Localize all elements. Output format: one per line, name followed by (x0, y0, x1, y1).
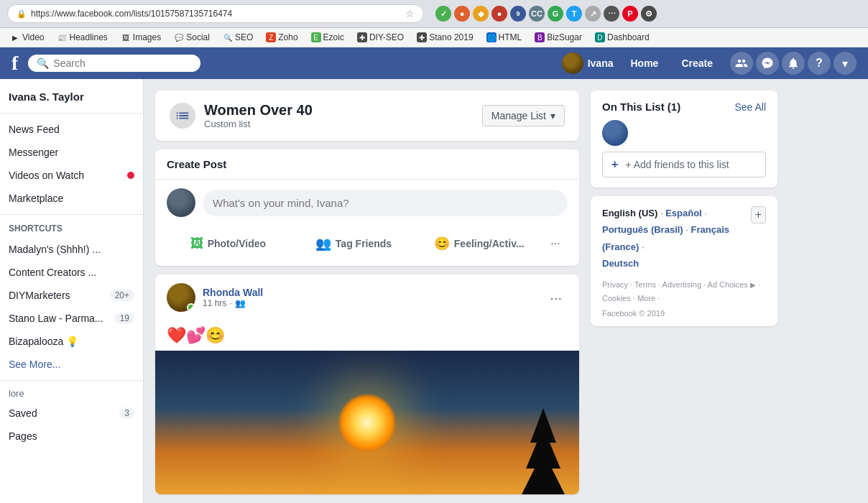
bookmark-stano[interactable]: ✚ Stano 2019 (412, 31, 477, 44)
post-image (155, 351, 579, 494)
bookmark-zoho[interactable]: Z Zoho (262, 31, 302, 44)
ext-more[interactable]: ⋯ (604, 6, 619, 22)
see-all-link[interactable]: See All (734, 101, 766, 113)
ext-pinterest[interactable]: P (622, 6, 638, 22)
sidebar-item-bizapalooza[interactable]: Bizapalooza 💡 (0, 330, 143, 353)
plus-icon: + (611, 158, 618, 171)
nav-icons: ? ▾ (730, 52, 857, 75)
nav-user[interactable]: Ivana (562, 52, 614, 74)
sidebar-item-marketplace[interactable]: Marketplace (0, 187, 143, 210)
add-friends-input[interactable]: + + Add friends to this list (602, 152, 766, 177)
list-icon (170, 103, 195, 129)
lang-espanol[interactable]: Español (665, 208, 702, 218)
ext-share[interactable]: ↗ (585, 6, 601, 22)
ext-orange[interactable]: ● (454, 6, 470, 22)
sidebar-item-saved[interactable]: Saved 3 (0, 402, 143, 425)
feeling-button[interactable]: 😊 Feeling/Activ... (417, 230, 540, 257)
nav-create[interactable]: Create (675, 55, 719, 72)
search-box[interactable]: 🔍 (28, 55, 200, 72)
right-sidebar: On This List (1) See All + + Add friends… (591, 91, 777, 496)
sidebar-item-videos[interactable]: Videos on Watch (0, 164, 143, 187)
sidebar-item-newsfeed[interactable]: News Feed (0, 118, 143, 141)
facebook-logo: f (11, 52, 18, 75)
tag-friends-button[interactable]: 👥 Tag Friends (292, 230, 415, 257)
create-post-input[interactable] (203, 190, 568, 216)
zoho-icon: Z (266, 32, 276, 42)
sidebar-user[interactable]: Ivana S. Taylor (0, 85, 143, 109)
sidebar-item-stano[interactable]: Stano Law - Parma... 19 (0, 307, 143, 330)
language-add-button[interactable]: + (751, 206, 766, 223)
bookmark-html[interactable]: 🌐 HTML (482, 31, 527, 44)
see-more-link[interactable]: See More... (0, 353, 143, 376)
manage-list-button[interactable]: Manage List ▾ (482, 105, 565, 126)
lang-portuguese[interactable]: Português (Brasil) (602, 224, 683, 235)
bookmark-seo[interactable]: 🔍 SEO (218, 31, 257, 44)
ext-yellow[interactable]: ◆ (473, 6, 489, 22)
browser-url-bar[interactable]: 🔒 https://www.facebook.com/lists/1015758… (7, 4, 424, 23)
footer-advertising[interactable]: Advertising (662, 280, 701, 289)
lang-separator-2: · (704, 208, 707, 218)
photo-video-icon: 🖼 (190, 236, 203, 251)
question-icon: ? (816, 57, 823, 70)
friends-icon-btn[interactable] (730, 52, 753, 75)
bookmark-images[interactable]: 🖼 Images (116, 31, 165, 44)
sidebar-item-shortcuts-1[interactable]: Content Creators ... (0, 261, 143, 284)
post-avatar (167, 283, 195, 312)
search-icon: 🔍 (37, 57, 49, 69)
ext-fb[interactable]: 9 (510, 6, 526, 22)
chevron-down-icon-btn[interactable]: ▾ (834, 52, 857, 75)
post-time-separator: · (229, 298, 231, 308)
post-more-button[interactable]: ··· (544, 287, 568, 309)
bookmark-dashboard[interactable]: D Dashboard (591, 31, 654, 44)
bookmarks-bar: ▶ Video 📰 Headlines 🖼 Images 💬 Social 🔍 … (0, 28, 868, 47)
footer-adchoices[interactable]: Ad Choices (708, 280, 748, 289)
star-icon[interactable]: ☆ (405, 8, 415, 19)
ext-last[interactable]: ⚙ (641, 6, 657, 22)
footer-cookies[interactable]: Cookies (602, 294, 631, 303)
ext-cc[interactable]: CC (529, 6, 545, 22)
search-input[interactable] (53, 57, 192, 69)
page-header: Women Over 40 Custom list Manage List ▾ (155, 91, 579, 141)
footer-copyright: Facebook © 2019 (602, 309, 766, 318)
language-links: English (US) · Español · Português (Bras… (602, 205, 751, 272)
nav-links: Home Create (625, 55, 719, 72)
footer-privacy[interactable]: Privacy (602, 280, 628, 289)
lang-current[interactable]: English (US) (602, 208, 657, 218)
messenger-icon-btn[interactable] (756, 52, 779, 75)
footer-terms[interactable]: Terms (634, 280, 656, 289)
nav-home[interactable]: Home (625, 55, 665, 72)
bookmark-bizsugar[interactable]: B BizSugar (530, 31, 586, 44)
sidebar-item-shortcuts-0[interactable]: Madalyn's (Shhh!) ... (0, 238, 143, 261)
notifications-icon-btn[interactable] (782, 52, 805, 75)
help-icon-btn[interactable]: ? (808, 52, 831, 75)
ext-google[interactable]: G (548, 6, 563, 22)
bookmark-headlines[interactable]: 📰 Headlines (52, 31, 111, 44)
url-text: https://www.facebook.com/lists/101575871… (31, 9, 232, 19)
photo-video-button[interactable]: 🖼 Photo/Video (167, 231, 290, 257)
sidebar-item-messenger[interactable]: Messenger (0, 141, 143, 164)
ext-red[interactable]: ● (491, 6, 507, 22)
bookmark-diy-seo[interactable]: ✚ DIY-SEO (353, 31, 408, 44)
bookmark-video[interactable]: ▶ Video (6, 31, 48, 44)
lang-german[interactable]: Deutsch (602, 258, 639, 269)
page-header-left: Women Over 40 Custom list (170, 102, 313, 129)
create-post-card: Create Post 🖼 Photo/Video 👥 Tag Friends (155, 149, 579, 266)
lang-separator-4: · (642, 241, 645, 252)
footer-more[interactable]: More (637, 294, 655, 303)
browser-extensions: ✓ ● ◆ ● 9 CC G T ↗ ⋯ P ⚙ (435, 6, 657, 22)
group-icon: 👥 (235, 298, 246, 308)
post-user: Rhonda Wall 11 hrs · 👥 (167, 283, 263, 312)
post-author-name[interactable]: Rhonda Wall (203, 287, 263, 298)
on-list-header: On This List (1) See All (602, 101, 766, 113)
more-options-button[interactable]: ··· (543, 231, 568, 256)
stano-icon: ✚ (417, 32, 427, 42)
ext-green[interactable]: ✓ (435, 6, 451, 22)
bizsugar-icon: B (535, 32, 545, 42)
bookmark-ezoic[interactable]: E Ezoic (307, 31, 348, 44)
ext-twitter[interactable]: T (566, 6, 582, 22)
sidebar-item-pages[interactable]: Pages (0, 425, 143, 448)
bookmark-social[interactable]: 💬 Social (170, 31, 214, 44)
left-sidebar: Ivana S. Taylor News Feed Messenger Vide… (0, 79, 144, 503)
ezoic-icon: E (311, 32, 321, 42)
sidebar-item-diymarketers[interactable]: DIYMarketers 20+ (0, 284, 143, 307)
